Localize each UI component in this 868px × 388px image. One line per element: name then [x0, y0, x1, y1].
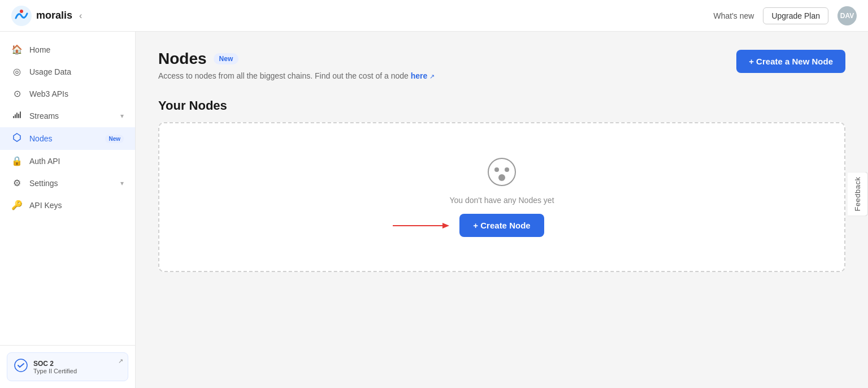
empty-state-message: You don't have any Nodes yet	[449, 196, 554, 205]
page-header: Nodes New Access to nodes from all the b…	[158, 50, 845, 80]
topbar-left: moralis ‹	[11, 6, 82, 26]
new-badge-header: New	[214, 53, 239, 64]
topbar-right: What's new Upgrade Plan DAV	[713, 6, 857, 25]
sidebar-collapse-button[interactable]: ‹	[79, 11, 82, 21]
sidebar-item-web3-apis[interactable]: ⊙ Web3 APIs	[0, 83, 135, 105]
sidebar-item-label: Streams	[29, 111, 114, 120]
svg-rect-5	[18, 114, 19, 118]
subtitle-text: Access to nodes from all the biggest cha…	[158, 71, 409, 80]
svg-rect-6	[20, 111, 21, 118]
svg-marker-16	[442, 223, 449, 229]
web3-apis-icon: ⊙	[11, 88, 23, 99]
logo-text: moralis	[36, 10, 72, 21]
external-icon: ↗	[429, 73, 435, 80]
sidebar-item-label: Auth API	[29, 157, 124, 166]
create-node-arrow	[392, 220, 454, 231]
sidebar-item-label: Settings	[29, 179, 114, 188]
moralis-logo-icon	[11, 6, 32, 26]
empty-state-icon	[487, 157, 517, 187]
settings-icon: ⚙	[11, 178, 23, 188]
feedback-tab-container: Feedback	[848, 171, 868, 216]
page-title-area: Nodes New Access to nodes from all the b…	[158, 50, 435, 80]
api-keys-icon: 🔑	[11, 200, 23, 210]
svg-rect-4	[16, 113, 18, 118]
chevron-down-icon: ▾	[120, 112, 124, 120]
sidebar-item-label: Home	[29, 45, 124, 54]
svg-point-13	[505, 167, 509, 172]
sidebar-item-label: Web3 APIs	[29, 89, 124, 98]
create-node-button[interactable]: + Create Node	[459, 214, 544, 237]
avatar[interactable]: DAV	[837, 6, 857, 25]
sidebar-item-streams[interactable]: Streams ▾	[0, 105, 135, 127]
sidebar-item-label: Usage Data	[29, 67, 124, 76]
layout: 🏠 Home ◎ Usage Data ⊙ Web3 APIs Streams …	[0, 32, 868, 388]
soc2-text: SOC 2 Type II Certified	[33, 360, 77, 374]
sidebar-item-home[interactable]: 🏠 Home	[0, 38, 135, 61]
sidebar-item-auth-api[interactable]: 🔒 Auth API	[0, 150, 135, 172]
auth-api-icon: 🔒	[11, 156, 23, 166]
soc2-subtitle: Type II Certified	[33, 368, 77, 374]
external-link-icon: ↗	[118, 357, 123, 365]
home-icon: 🏠	[11, 44, 23, 55]
page-subtitle: Access to nodes from all the biggest cha…	[158, 71, 435, 80]
create-node-row: + Create Node	[459, 214, 544, 237]
sidebar-item-settings[interactable]: ⚙ Settings ▾	[0, 172, 135, 194]
whats-new-link[interactable]: What's new	[713, 11, 754, 20]
sidebar-item-label: API Keys	[29, 201, 124, 210]
soc2-card[interactable]: SOC 2 Type II Certified ↗	[7, 352, 128, 381]
sidebar-item-usage-data[interactable]: ◎ Usage Data	[0, 61, 135, 83]
empty-nodes-box: You don't have any Nodes yet + Create No…	[158, 122, 845, 272]
page-title: Nodes New	[158, 50, 435, 68]
sidebar-nav: 🏠 Home ◎ Usage Data ⊙ Web3 APIs Streams …	[0, 32, 135, 345]
logo[interactable]: moralis	[11, 6, 72, 26]
sidebar-item-label: Nodes	[29, 134, 98, 143]
svg-point-12	[494, 167, 499, 172]
nodes-heading: Nodes	[158, 50, 207, 68]
svg-rect-2	[13, 116, 14, 118]
svg-point-14	[498, 174, 505, 181]
feedback-tab[interactable]: Feedback	[848, 171, 868, 216]
svg-point-11	[488, 158, 515, 186]
svg-rect-3	[15, 114, 16, 118]
sidebar-item-api-keys[interactable]: 🔑 API Keys	[0, 194, 135, 216]
upgrade-plan-button[interactable]: Upgrade Plan	[763, 7, 828, 24]
chevron-down-icon: ▾	[120, 179, 124, 187]
new-badge: New	[105, 135, 124, 143]
sidebar-item-nodes[interactable]: Nodes New	[0, 127, 135, 150]
sidebar: 🏠 Home ◎ Usage Data ⊙ Web3 APIs Streams …	[0, 32, 136, 388]
streams-icon	[11, 110, 23, 122]
usage-data-icon: ◎	[11, 66, 23, 77]
soc2-check-icon	[14, 359, 28, 375]
your-nodes-title: Your Nodes	[158, 98, 845, 113]
soc2-title: SOC 2	[33, 360, 77, 368]
sidebar-footer: SOC 2 Type II Certified ↗	[0, 345, 135, 388]
svg-marker-7	[14, 133, 20, 141]
main-content: Nodes New Access to nodes from all the b…	[136, 32, 868, 388]
svg-point-1	[20, 10, 23, 13]
create-new-node-button[interactable]: + Create a New Node	[736, 50, 845, 73]
here-link[interactable]: here	[411, 71, 428, 80]
nodes-icon	[11, 133, 23, 144]
topbar: moralis ‹ What's new Upgrade Plan DAV	[0, 0, 868, 32]
